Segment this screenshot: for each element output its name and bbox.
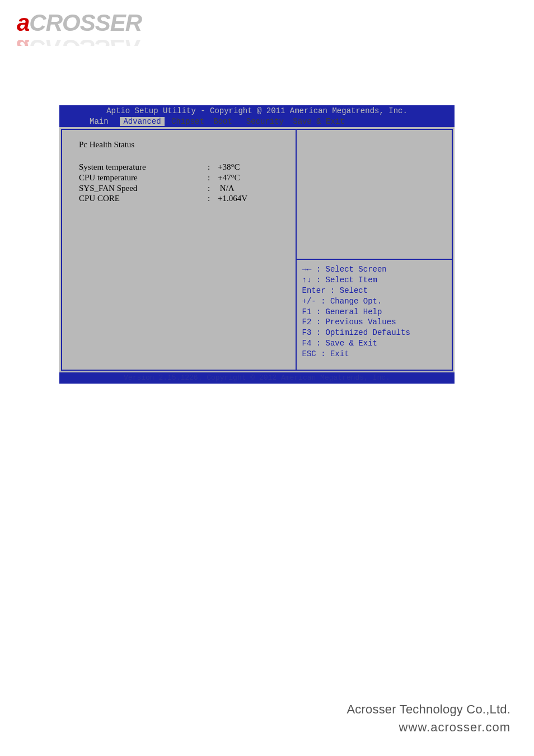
bios-title: Aptio Setup Utility - Copyright @ 2011 A… bbox=[59, 105, 455, 116]
menu-chipset[interactable]: Chipset bbox=[169, 117, 207, 126]
help-f3: F3 : Optimized Defaults bbox=[302, 328, 410, 337]
section-heading: Pc Health Status bbox=[79, 140, 289, 150]
footer-company: Acrosser Technology Co.,Ltd. bbox=[346, 702, 510, 717]
row-cpu-temp: CPU temperature : +47°C bbox=[79, 172, 289, 183]
row-sys-fan: SYS_FAN Speed : N/A bbox=[79, 183, 289, 194]
help-upper-blank bbox=[297, 130, 452, 259]
label-cpu-temp: CPU temperature bbox=[79, 172, 208, 183]
help-select-screen: →← : Select Screen bbox=[302, 265, 387, 274]
help-f2: F2 : Previous Values bbox=[302, 318, 396, 326]
bios-footer: Version 2.15.1226. Copyright © 2012 Amer… bbox=[59, 372, 455, 384]
value-sys-fan: N/A bbox=[218, 183, 289, 194]
label-cpu-core: CPU CORE bbox=[79, 193, 208, 204]
help-esc: ESC : Exit bbox=[302, 349, 349, 358]
help-change-opt: +/- : Change Opt. bbox=[302, 297, 382, 306]
bios-window: Aptio Setup Utility - Copyright @ 2011 A… bbox=[59, 105, 455, 384]
menu-main[interactable]: Main bbox=[87, 117, 111, 126]
logo-letter-a: a bbox=[17, 10, 29, 36]
help-key-list: →← : Select Screen ↑↓ : Select Item Ente… bbox=[297, 259, 452, 370]
label-system-temp: System temperature bbox=[79, 162, 208, 172]
value-cpu-core: +1.064V bbox=[218, 193, 289, 204]
row-system-temp: System temperature : +38°C bbox=[79, 162, 289, 172]
bios-right-pane: →← : Select Screen ↑↓ : Select Item Ente… bbox=[297, 130, 452, 370]
menu-boot[interactable]: Boot bbox=[211, 117, 235, 126]
row-cpu-core: CPU CORE : +1.064V bbox=[79, 193, 289, 204]
page-footer: Acrosser Technology Co.,Ltd. www.acrosse… bbox=[346, 702, 510, 735]
value-cpu-temp: +47°C bbox=[218, 172, 289, 183]
bios-menubar: Main Advanced Chipset Boot Security Save… bbox=[59, 116, 455, 127]
label-sys-fan: SYS_FAN Speed bbox=[79, 183, 208, 194]
help-enter: Enter : Select bbox=[302, 286, 368, 295]
help-f4: F4 : Save & Exit bbox=[302, 339, 377, 348]
brand-logo: aCROSSER aCROSSER bbox=[17, 11, 162, 42]
logo-letter-rest: CROSSER bbox=[29, 10, 142, 36]
footer-website: www.acrosser.com bbox=[346, 720, 510, 735]
help-f1: F1 : General Help bbox=[302, 307, 382, 316]
menu-save-exit[interactable]: Save & Exit bbox=[291, 117, 346, 126]
bios-left-pane: Pc Health Status System temperature : +3… bbox=[62, 130, 297, 370]
logo-reflection: aCROSSER bbox=[17, 36, 160, 46]
value-system-temp: +38°C bbox=[218, 162, 289, 172]
menu-security[interactable]: Security bbox=[244, 117, 286, 126]
help-select-item: ↑↓ : Select Item bbox=[302, 276, 377, 284]
menu-advanced[interactable]: Advanced bbox=[120, 117, 164, 126]
